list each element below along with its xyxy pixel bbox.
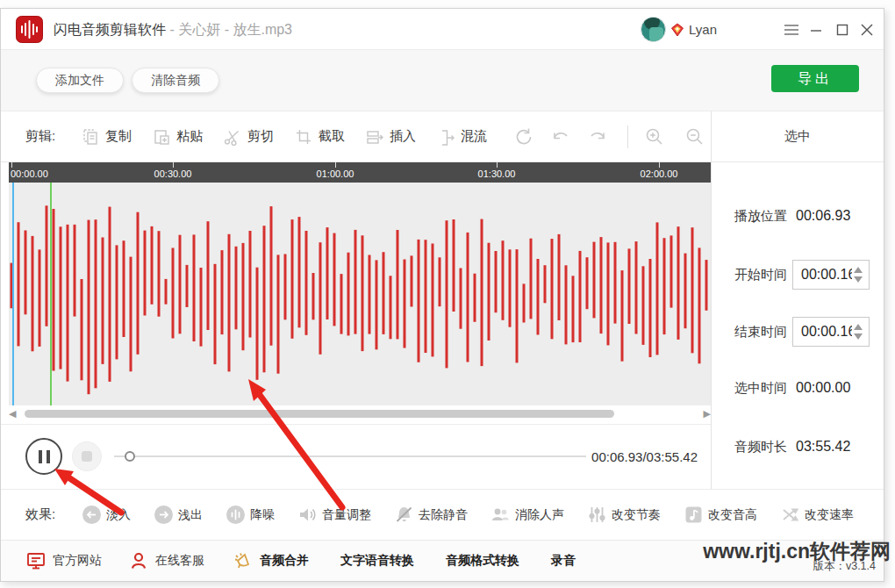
online-service-link[interactable]: 在线客服 [128,550,204,571]
mix-label: 混流 [461,128,487,145]
seek-slider-knob[interactable] [125,451,135,462]
file-actions-bar: 添加文件 清除音频 导出 [1,50,884,111]
start-time-input[interactable] [799,266,854,283]
clear-audio-button[interactable]: 清除音频 [132,68,219,93]
ruler-tick [659,162,660,168]
waveform-view[interactable] [9,183,711,405]
fade-out-label: 浅出 [178,507,203,523]
cut-button[interactable]: 剪切 [223,127,274,147]
official-site-link[interactable]: 官方网站 [25,550,102,571]
scrollbar-thumb[interactable] [25,410,614,418]
insert-label: 插入 [390,128,416,145]
stop-button[interactable] [72,441,102,471]
menu-icon[interactable] [778,9,805,50]
record-label: 录音 [551,553,576,569]
paste-button[interactable]: 粘贴 [152,127,203,147]
remove-vocal-label: 消除人声 [515,507,564,523]
change-pitch-label: 改变音高 [708,507,757,523]
position-green-line[interactable] [50,183,52,405]
text-to-speech-link[interactable]: 文字语音转换 [340,553,414,569]
format-convert-link[interactable]: 音频格式转换 [446,553,519,569]
mix-button[interactable]: 混流 [436,127,487,147]
fade-out-icon [154,505,174,525]
undo-button[interactable] [550,126,571,147]
volume-adjust-button[interactable]: 音量调整 [297,505,371,525]
end-time-row: 结束时间 [712,316,884,348]
effects-group-label: 效果: [25,506,59,523]
start-time-spinner [792,260,870,290]
change-tempo-button[interactable]: 改变节奏 [587,505,661,525]
website-icon [25,550,47,571]
fade-in-button[interactable]: 淡入 [82,505,131,525]
online-service-label: 在线客服 [155,553,204,569]
fade-out-button[interactable]: 浅出 [154,505,203,525]
waveform-bars [9,183,711,405]
open-file-name: - 关心妍 - 放生.mp3 [166,22,292,37]
timeline-ruler[interactable]: 00:00.00 00:30.00 01:00.00 01:30.00 02:0… [9,162,711,183]
app-window: 闪电音频剪辑软件 - 关心妍 - 放生.mp3 Lyan 添加文件 清除音频 导… [0,8,884,582]
selected-time-value: 00:00.00 [796,380,850,396]
denoise-button[interactable]: 降噪 [226,505,275,525]
volume-adjust-label: 音量调整 [322,507,371,523]
ruler-label: 02:00.00 [641,169,678,179]
toolbar-divider [627,125,628,148]
title-bar: 闪电音频剪辑软件 - 关心妍 - 放生.mp3 Lyan [1,9,884,50]
minimize-button[interactable] [803,9,829,50]
insert-button[interactable]: 插入 [365,127,416,147]
app-logo-icon [16,16,43,43]
start-time-up-icon[interactable] [854,267,863,273]
copy-icon [81,127,100,147]
fade-in-label: 淡入 [106,507,131,523]
edit-group-label: 剪辑: [25,128,61,145]
change-speed-button[interactable]: 改变速率 [780,505,854,525]
zoom-in-button[interactable] [644,126,665,147]
playhead-blue-line[interactable] [12,183,14,405]
text-to-speech-label: 文字语音转换 [340,553,414,569]
change-pitch-button[interactable]: 改变音高 [684,505,757,525]
change-tempo-label: 改变节奏 [612,507,661,523]
close-button[interactable] [854,9,880,50]
scroll-left-icon[interactable]: ◀ [9,408,16,419]
pause-button[interactable] [25,438,62,475]
seek-slider-track[interactable] [114,455,586,457]
crop-button[interactable]: 截取 [294,127,345,147]
pitch-note-icon [684,505,704,525]
audio-merge-link[interactable]: 音频合并 [233,550,309,571]
app-name: 闪电音频剪辑软件 [54,22,166,37]
user-account[interactable]: Lyan [641,9,717,50]
remove-vocal-button[interactable]: 消除人声 [490,505,564,525]
ruler-label: 00:00.00 [11,169,48,179]
user-avatar[interactable] [641,17,666,42]
reset-button[interactable] [513,126,534,147]
redo-button[interactable] [587,126,608,147]
copy-label: 复制 [105,128,132,145]
zoom-out-icon [684,126,705,147]
start-time-down-icon[interactable] [854,276,863,283]
waveform-scrollbar: ◀ ▶ [9,405,711,423]
zoom-out-button[interactable] [684,126,705,147]
remove-silence-button[interactable]: 去除静音 [394,505,468,525]
reset-icon [513,126,534,147]
end-time-down-icon[interactable] [854,333,863,340]
ruler-label: 00:30.00 [154,169,192,179]
duration-row: 音频时长 03:55.42 [712,431,884,463]
vip-badge-icon [670,23,684,37]
export-button[interactable]: 导出 [771,65,859,92]
username-label: Lyan [689,22,717,37]
crop-label: 截取 [319,128,345,145]
paste-icon [152,127,171,147]
effects-bar: 效果: 淡入 浅出 降噪 音量调整 去除静音 消除人声 改变节奏 [1,489,884,540]
ruler-tick [497,162,498,168]
redo-icon [587,126,608,147]
scroll-right-icon[interactable]: ▶ [704,408,711,419]
add-file-button[interactable]: 添加文件 [36,68,124,93]
selection-panel-title: 选中 [712,111,884,161]
end-time-input[interactable] [799,323,854,341]
record-link[interactable]: 录音 [551,553,576,569]
megaphone-icon [233,550,254,571]
maximize-button[interactable] [829,9,856,50]
time-display: 00:06.93/03:55.42 [580,425,698,489]
copy-button[interactable]: 复制 [81,127,132,147]
remove-silence-label: 去除静音 [419,507,468,523]
end-time-up-icon[interactable] [854,324,863,330]
